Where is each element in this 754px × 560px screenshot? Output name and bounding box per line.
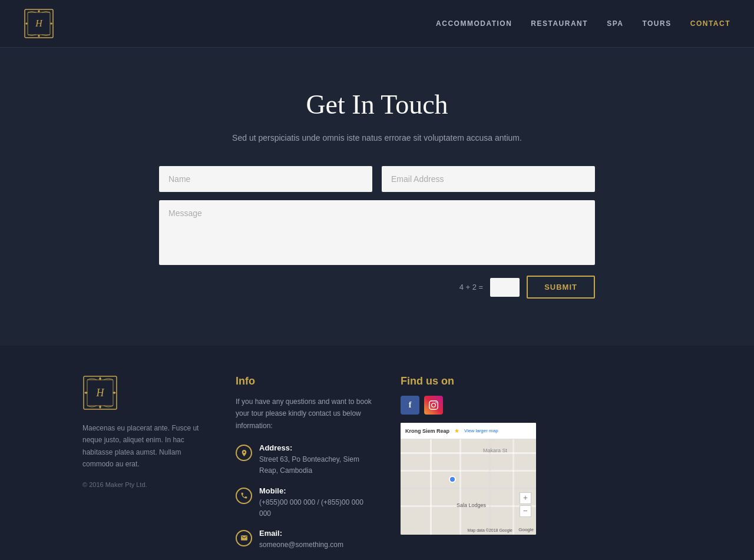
email-input[interactable] [382,166,595,192]
map-top-bar: Krong Siem Reap ★ View larger map [401,423,536,439]
email-item: Email: someone@something.com [236,529,377,551]
nav-restaurant[interactable]: RESTAURANT [531,19,588,28]
footer-tagline: Maecenas eu placerat ante. Fusce ut nequ… [82,422,212,470]
svg-marker-6 [50,22,52,25]
mobile-text: Mobile: (+855)00 000 000 / (+855)00 000 … [259,486,377,519]
mobile-icon [236,488,252,504]
form-row-top [159,166,595,192]
footer-logo-icon: H [82,375,118,410]
map-zoom-in[interactable]: + [520,492,531,504]
address-icon [236,445,252,461]
instagram-icon[interactable] [424,396,443,415]
contact-subtitle: Sed ut perspiciatis unde omnis iste natu… [232,133,522,143]
svg-marker-4 [38,35,40,37]
captcha-label: 4 + 2 = [459,283,483,291]
submit-button[interactable]: Submit [527,276,595,299]
map-zoom-out[interactable]: − [520,505,531,517]
footer-info-title: Info [236,375,377,387]
footer-content: H Maecenas eu placerat ante. Fusce ut ne… [82,375,672,560]
captcha-input[interactable] [490,278,520,297]
logo-area: H [24,8,54,39]
svg-text:H: H [96,387,105,399]
logo-icon: H [24,8,54,39]
map-data-label: Map data ©2018 Google [468,528,512,532]
main-nav: ACCOMMODATION RESTAURANT SPA TOURS CONTA… [436,19,730,28]
map-makara-label: Makara St [483,448,507,453]
footer-info-text: If you have any questions and want to bo… [236,396,377,432]
email-contact-text: Email: someone@something.com [259,529,343,551]
form-footer: 4 + 2 = Submit [159,276,595,299]
nav-spa[interactable]: SPA [607,19,623,28]
footer-copyright: © 2016 Maker Pty Ltd. [82,481,212,488]
message-input[interactable] [159,200,595,265]
svg-text:H: H [35,18,43,28]
mobile-item: Mobile: (+855)00 000 000 / (+855)00 000 … [236,486,377,519]
footer: H Maecenas eu placerat ante. Fusce ut ne… [0,346,754,560]
nav-accommodation[interactable]: ACCOMMODATION [436,19,512,28]
contact-section: Get In Touch Sed ut perspiciatis unde om… [0,48,754,346]
facebook-icon[interactable]: f [401,396,419,415]
svg-marker-5 [25,22,28,25]
address-item: Address: Street 63, Po Bonteachey, Siem … [236,443,377,476]
page-title: Get In Touch [306,89,448,120]
address-text: Address: Street 63, Po Bonteachey, Siem … [259,443,377,476]
name-input[interactable] [159,166,372,192]
svg-marker-3 [38,10,40,12]
footer-map-column: Find us on f [401,375,672,535]
find-us-title: Find us on [401,375,672,387]
social-icons: f [401,396,672,415]
email-icon [236,530,252,546]
footer-brand: H Maecenas eu placerat ante. Fusce ut ne… [82,375,212,488]
map-location-name: Krong Siem Reap [405,428,449,434]
map-view-larger[interactable]: View larger map [464,428,498,433]
map-location-label: Sala Lodges [457,502,486,508]
map-container: Sala Lodges Makara St Krong Siem Reap ★ … [401,423,536,535]
map-google-logo: Google [518,527,534,532]
contact-form: 4 + 2 = Submit [159,166,595,299]
map-controls: + − [520,492,531,517]
map-star-icon: ★ [454,428,459,434]
footer-info: Info If you have any questions and want … [236,375,377,560]
map-pin [449,476,456,483]
nav-contact[interactable]: CONTACT [690,19,730,28]
nav-tours[interactable]: TOURS [642,19,671,28]
